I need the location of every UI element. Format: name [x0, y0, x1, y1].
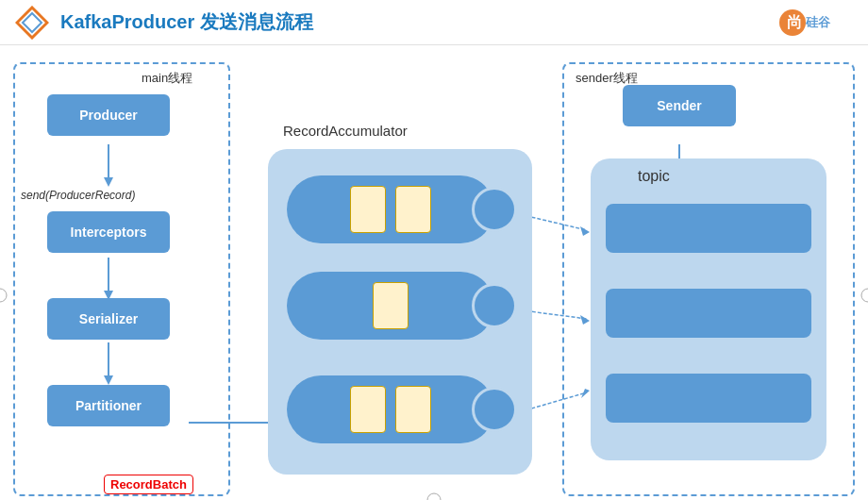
diagram: main线程 sender线程 Producer send(ProducerRe…	[0, 45, 868, 500]
brand-icon: 尚 硅谷	[777, 6, 853, 40]
deque-1	[287, 175, 494, 243]
record-accumulator-label: RecordAccumulator	[283, 123, 408, 139]
svg-point-22	[861, 289, 868, 302]
sender-box: Sender	[623, 85, 736, 126]
record-block-3b	[395, 386, 431, 433]
partition-2	[606, 289, 811, 338]
deque-circle-1	[472, 187, 517, 232]
partitioner-box: Partitioner	[47, 385, 170, 426]
record-accumulator-container	[268, 149, 532, 475]
main-thread-label: main线程	[138, 70, 196, 87]
partition-3	[606, 374, 811, 423]
deque-circle-2	[472, 283, 517, 328]
producer-box: Producer	[47, 94, 170, 136]
deque-circle-3	[472, 387, 517, 432]
svg-text:硅谷: 硅谷	[805, 15, 831, 29]
header: KafkaProducer 发送消息流程 尚 硅谷	[0, 0, 868, 45]
record-block-1b	[395, 186, 431, 233]
svg-point-21	[0, 289, 7, 302]
svg-point-23	[427, 493, 441, 500]
send-label: send(ProducerRecord)	[21, 189, 135, 202]
record-block-1a	[350, 186, 386, 233]
record-block-2a	[373, 282, 409, 329]
logo-icon	[15, 6, 49, 40]
record-batch-label: RecordBatch	[104, 475, 193, 494]
svg-text:尚: 尚	[787, 14, 802, 30]
record-block-3a	[350, 386, 386, 433]
serializer-box: Serializer	[47, 298, 170, 340]
deque-3	[287, 375, 494, 443]
brand-logo: 尚 硅谷	[777, 6, 853, 40]
deque-2	[287, 272, 494, 340]
topic-label: topic	[638, 168, 670, 185]
interceptors-box: Interceptors	[47, 211, 170, 253]
partition-1	[606, 204, 811, 253]
page-title: KafkaProducer 发送消息流程	[60, 9, 313, 35]
